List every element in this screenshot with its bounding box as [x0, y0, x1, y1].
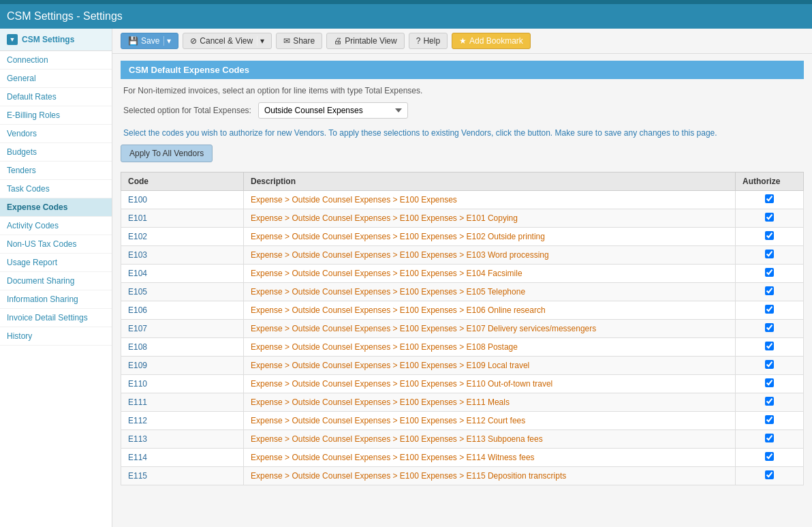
authorize-cell[interactable]: [736, 191, 804, 209]
authorize-cell[interactable]: [736, 283, 804, 301]
authorize-checkbox[interactable]: [765, 415, 774, 424]
table-row: E106Expense > Outside Counsel Expenses >…: [121, 301, 804, 320]
save-button[interactable]: 💾 Save ▾: [121, 33, 178, 49]
code-cell: E113: [121, 430, 244, 449]
authorize-cell[interactable]: [736, 467, 804, 485]
authorize-cell[interactable]: [736, 228, 804, 246]
share-label: Share: [293, 36, 315, 46]
authorize-checkbox[interactable]: [765, 360, 774, 369]
code-cell: E100: [121, 191, 244, 209]
authorize-cell[interactable]: [736, 320, 804, 338]
code-cell: E103: [121, 246, 244, 265]
sidebar-item-expense-codes[interactable]: Expense Codes: [0, 198, 112, 217]
description-cell: Expense > Outside Counsel Expenses > E10…: [244, 246, 736, 265]
description-cell: Expense > Outside Counsel Expenses > E10…: [244, 283, 736, 301]
sidebar-item-task-codes[interactable]: Task Codes: [0, 180, 112, 198]
description-cell: Expense > Outside Counsel Expenses > E10…: [244, 265, 736, 283]
column-header-authorize: Authorize: [736, 172, 804, 191]
authorize-checkbox[interactable]: [765, 378, 774, 387]
sidebar-item-ebilling-roles[interactable]: E-Billing Roles: [0, 106, 112, 125]
description-cell: Expense > Outside Counsel Expenses > E10…: [244, 209, 736, 228]
sidebar-item-invoice-detail-settings[interactable]: Invoice Detail Settings: [0, 309, 112, 327]
authorize-cell[interactable]: [736, 393, 804, 412]
table-row: E115Expense > Outside Counsel Expenses >…: [121, 467, 804, 485]
authorize-checkbox[interactable]: [765, 342, 774, 350]
table-row: E107Expense > Outside Counsel Expenses >…: [121, 320, 804, 338]
total-expenses-select[interactable]: Outside Counsel ExpensesOther ExpensesTo…: [258, 102, 408, 119]
save-dropdown-arrow[interactable]: ▾: [163, 36, 171, 46]
code-cell: E109: [121, 357, 244, 375]
authorize-checkbox[interactable]: [765, 434, 774, 442]
authorize-checkbox[interactable]: [765, 194, 774, 203]
sidebar: ▼ CSM Settings ConnectionGeneralDefault …: [0, 29, 112, 527]
sidebar-item-tenders[interactable]: Tenders: [0, 162, 112, 180]
code-cell: E112: [121, 412, 244, 430]
authorize-cell[interactable]: [736, 375, 804, 393]
authorize-cell[interactable]: [736, 357, 804, 375]
help-button[interactable]: ? Help: [409, 33, 448, 49]
main-layout: ▼ CSM Settings ConnectionGeneralDefault …: [0, 29, 812, 527]
table-row: E101Expense > Outside Counsel Expenses >…: [121, 209, 804, 228]
table-row: E114Expense > Outside Counsel Expenses >…: [121, 449, 804, 467]
authorize-cell[interactable]: [736, 338, 804, 357]
vendor-text: Select the codes you wish to authorize f…: [121, 128, 804, 138]
table-row: E103Expense > Outside Counsel Expenses >…: [121, 246, 804, 265]
table-row: E112Expense > Outside Counsel Expenses >…: [121, 412, 804, 430]
sidebar-item-default-rates[interactable]: Default Rates: [0, 88, 112, 106]
apply-all-vendors-button[interactable]: Apply To All Vendors: [121, 145, 213, 162]
add-bookmark-button[interactable]: ★ Add Bookmark: [452, 33, 531, 49]
authorize-cell[interactable]: [736, 209, 804, 228]
authorize-checkbox[interactable]: [765, 470, 774, 479]
authorize-checkbox[interactable]: [765, 286, 774, 295]
description-cell: Expense > Outside Counsel Expenses > E10…: [244, 228, 736, 246]
description-cell: Expense > Outside Counsel Expenses > E10…: [244, 191, 736, 209]
share-icon: ✉: [283, 36, 290, 46]
sidebar-items: ConnectionGeneralDefault RatesE-Billing …: [0, 51, 112, 346]
authorize-checkbox[interactable]: [765, 397, 774, 406]
authorize-checkbox[interactable]: [765, 452, 774, 461]
sidebar-item-document-sharing[interactable]: Document Sharing: [0, 272, 112, 290]
sidebar-item-general[interactable]: General: [0, 70, 112, 88]
authorize-cell[interactable]: [736, 412, 804, 430]
description-cell: Expense > Outside Counsel Expenses > E10…: [244, 301, 736, 320]
sidebar-item-vendors[interactable]: Vendors: [0, 125, 112, 143]
code-cell: E114: [121, 449, 244, 467]
sidebar-item-history[interactable]: History: [0, 327, 112, 346]
description-cell: Expense > Outside Counsel Expenses > E10…: [244, 430, 736, 449]
authorize-checkbox[interactable]: [765, 323, 774, 332]
sidebar-item-usage-report[interactable]: Usage Report: [0, 254, 112, 272]
bookmark-icon: ★: [459, 36, 467, 46]
authorize-checkbox[interactable]: [765, 250, 774, 258]
save-label: Save: [141, 36, 159, 46]
authorize-cell[interactable]: [736, 301, 804, 320]
sidebar-item-non-us-tax-codes[interactable]: Non-US Tax Codes: [0, 235, 112, 254]
sidebar-item-information-sharing[interactable]: Information Sharing: [0, 290, 112, 309]
description-text: For Non-itemized invoices, select an opt…: [121, 86, 804, 95]
table-row: E113Expense > Outside Counsel Expenses >…: [121, 430, 804, 449]
authorize-checkbox[interactable]: [765, 268, 774, 277]
table-row: E111Expense > Outside Counsel Expenses >…: [121, 393, 804, 412]
authorize-checkbox[interactable]: [765, 305, 774, 314]
authorize-cell[interactable]: [736, 246, 804, 265]
authorize-cell[interactable]: [736, 449, 804, 467]
cancel-view-button[interactable]: ⊘ Cancel & View ▾: [183, 33, 272, 49]
description-cell: Expense > Outside Counsel Expenses > E10…: [244, 338, 736, 357]
cancel-label: Cancel & View: [200, 36, 253, 46]
authorize-checkbox[interactable]: [765, 231, 774, 240]
description-cell: Expense > Outside Counsel Expenses > E10…: [244, 357, 736, 375]
authorize-cell[interactable]: [736, 430, 804, 449]
description-cell: Expense > Outside Counsel Expenses > E10…: [244, 375, 736, 393]
printable-view-button[interactable]: 🖨 Printable View: [326, 33, 405, 49]
codes-table: Code Description Authorize E100Expense >…: [121, 172, 804, 485]
sidebar-item-activity-codes[interactable]: Activity Codes: [0, 217, 112, 235]
sidebar-item-connection[interactable]: Connection: [0, 51, 112, 70]
csm-settings-icon: ▼: [7, 34, 18, 45]
cancel-dropdown-arrow[interactable]: ▾: [257, 36, 264, 46]
table-row: E109Expense > Outside Counsel Expenses >…: [121, 357, 804, 375]
authorize-cell[interactable]: [736, 265, 804, 283]
sidebar-item-budgets[interactable]: Budgets: [0, 143, 112, 162]
share-button[interactable]: ✉ Share: [276, 33, 322, 49]
authorize-checkbox[interactable]: [765, 213, 774, 222]
code-cell: E102: [121, 228, 244, 246]
table-row: E102Expense > Outside Counsel Expenses >…: [121, 228, 804, 246]
